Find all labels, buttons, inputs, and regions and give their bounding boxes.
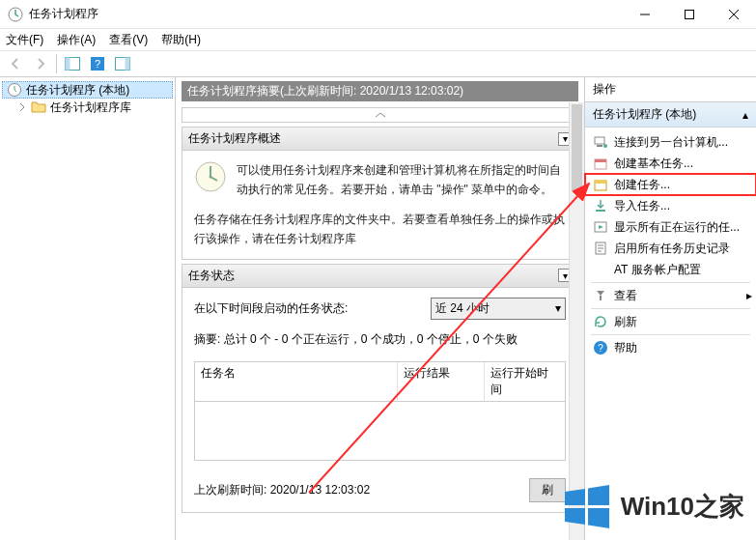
chevron-up-icon[interactable]: ▴ xyxy=(742,108,748,122)
maximize-button[interactable] xyxy=(667,0,712,29)
action-basic[interactable]: 创建基本任务... xyxy=(585,153,756,174)
folder-icon xyxy=(31,99,46,115)
app-icon xyxy=(8,7,23,22)
back-button[interactable] xyxy=(4,53,27,74)
svg-rect-7 xyxy=(126,58,130,71)
svg-rect-3 xyxy=(66,58,70,71)
window-title: 任务计划程序 xyxy=(29,6,623,22)
col-start[interactable]: 运行开始时间 xyxy=(485,362,565,402)
tree-child-label: 任务计划程序库 xyxy=(50,99,131,116)
chevron-down-icon: ▾ xyxy=(555,301,561,315)
action-label: 帮助 xyxy=(614,340,637,356)
basic-icon xyxy=(593,156,608,171)
table-body xyxy=(195,402,565,460)
overview-title: 任务计划程序概述 xyxy=(188,130,281,147)
at-icon xyxy=(593,262,608,277)
state-summary: 摘要: 总计 0 个 - 0 个正在运行，0 个成功，0 个停止，0 个失败 xyxy=(194,331,566,348)
layout-button[interactable] xyxy=(111,53,134,74)
actions-subheader: 任务计划程序 (本地) ▴ xyxy=(585,102,756,128)
windows-logo-icon xyxy=(563,482,611,530)
col-name[interactable]: 任务名 xyxy=(195,362,398,402)
overview-text-2: 任务存储在任务计划程序库的文件夹中。若要查看单独任务上的操作或执行该操作，请在任… xyxy=(194,210,566,249)
tree-root-label: 任务计划程序 (本地) xyxy=(26,82,129,99)
svg-rect-1 xyxy=(686,10,694,18)
svg-rect-15 xyxy=(595,159,606,162)
svg-rect-18 xyxy=(596,210,605,212)
help-button[interactable]: ? xyxy=(86,53,109,74)
up-collapse-bar[interactable] xyxy=(182,107,578,123)
action-label: 查看 xyxy=(614,288,637,304)
clock-icon xyxy=(7,82,22,98)
actions-list: 连接到另一台计算机...创建基本任务...创建任务...导入任务...显示所有正… xyxy=(585,128,756,362)
forward-button[interactable] xyxy=(29,53,52,74)
connect-icon xyxy=(593,134,608,150)
action-view[interactable]: 查看▸ xyxy=(585,285,756,306)
import-icon xyxy=(593,198,608,213)
toolbar-separator xyxy=(56,54,57,73)
center-panel: 任务计划程序摘要(上次刷新时间: 2020/1/13 12:03:02) 任务计… xyxy=(176,77,584,540)
menu-view[interactable]: 查看(V) xyxy=(109,32,148,48)
scrollbar[interactable] xyxy=(569,102,584,540)
action-history[interactable]: 启用所有任务历史记录 xyxy=(585,238,756,259)
menu-help[interactable]: 帮助(H) xyxy=(161,32,201,48)
svg-rect-17 xyxy=(595,181,606,184)
refresh-icon xyxy=(593,314,608,329)
state-group: 任务状态 ▾ 在以下时间段启动的任务状态: 近 24 小时 ▾ 摘要: 总计 0… xyxy=(182,264,578,513)
action-separator xyxy=(591,334,750,335)
center-header: 任务计划程序摘要(上次刷新时间: 2020/1/13 12:03:02) xyxy=(182,81,578,101)
action-refresh[interactable]: 刷新 xyxy=(585,311,756,332)
action-label: 创建任务... xyxy=(614,177,670,193)
state-label: 在以下时间段启动的任务状态: xyxy=(194,300,348,317)
svg-text:?: ? xyxy=(598,343,603,354)
watermark: Win10之家 xyxy=(563,482,744,530)
expand-icon[interactable] xyxy=(17,102,27,112)
menu-action[interactable]: 操作(A) xyxy=(57,32,96,48)
action-label: 导入任务... xyxy=(614,198,670,214)
actions-header: 操作 xyxy=(585,77,756,102)
overview-header: 任务计划程序概述 ▾ xyxy=(182,128,577,151)
close-button[interactable] xyxy=(712,0,756,29)
action-create[interactable]: 创建任务... xyxy=(585,174,756,195)
action-label: 启用所有任务历史记录 xyxy=(614,241,730,257)
toolbar: ? xyxy=(0,50,756,77)
navigation-tree: 任务计划程序 (本地) 任务计划程序库 xyxy=(0,77,176,540)
overview-group: 任务计划程序概述 ▾ 可以使用任务计划程序来创建和管理计算机将在所指定的时间自动… xyxy=(182,127,578,260)
menu-bar: 文件(F) 操作(A) 查看(V) 帮助(H) xyxy=(0,29,756,50)
running-icon xyxy=(593,219,608,235)
svg-point-13 xyxy=(603,144,607,148)
svg-rect-12 xyxy=(597,145,602,147)
action-import[interactable]: 导入任务... xyxy=(585,195,756,216)
svg-rect-11 xyxy=(595,137,604,144)
chevron-right-icon: ▸ xyxy=(746,289,752,302)
action-at[interactable]: AT 服务帐户配置 xyxy=(585,259,756,280)
view-icon xyxy=(593,288,608,303)
state-title: 任务状态 xyxy=(188,268,235,284)
action-label: 显示所有正在运行的任... xyxy=(614,219,740,236)
action-help[interactable]: ?帮助 xyxy=(585,337,756,358)
svg-rect-21 xyxy=(600,296,602,300)
task-table: 任务名 运行结果 运行开始时间 xyxy=(194,361,566,461)
action-running[interactable]: 显示所有正在运行的任... xyxy=(585,216,756,238)
action-label: 刷新 xyxy=(614,314,637,330)
action-label: 连接到另一台计算机... xyxy=(614,134,728,151)
tree-child[interactable]: 任务计划程序库 xyxy=(2,99,173,116)
create-icon xyxy=(593,177,608,192)
action-separator xyxy=(591,308,750,309)
panel-button[interactable] xyxy=(61,53,84,74)
tree-root[interactable]: 任务计划程序 (本地) xyxy=(2,81,173,99)
refresh-button[interactable]: 刷 xyxy=(529,478,566,502)
large-clock-icon xyxy=(194,160,227,193)
help-icon: ? xyxy=(593,340,608,355)
col-result[interactable]: 运行结果 xyxy=(398,362,485,402)
svg-point-10 xyxy=(210,176,212,179)
overview-text-1: 可以使用任务计划程序来创建和管理计算机将在所指定的时间自动执行的常见任务。若要开… xyxy=(194,160,566,200)
action-label: 创建基本任务... xyxy=(614,156,693,172)
state-header: 任务状态 ▾ xyxy=(182,265,577,288)
minimize-button[interactable] xyxy=(623,0,667,29)
action-connect[interactable]: 连接到另一台计算机... xyxy=(585,131,756,153)
menu-file[interactable]: 文件(F) xyxy=(6,32,43,48)
title-bar: 任务计划程序 xyxy=(0,0,756,29)
state-select[interactable]: 近 24 小时 ▾ xyxy=(431,298,566,320)
svg-text:?: ? xyxy=(95,58,100,70)
history-icon xyxy=(593,241,608,256)
